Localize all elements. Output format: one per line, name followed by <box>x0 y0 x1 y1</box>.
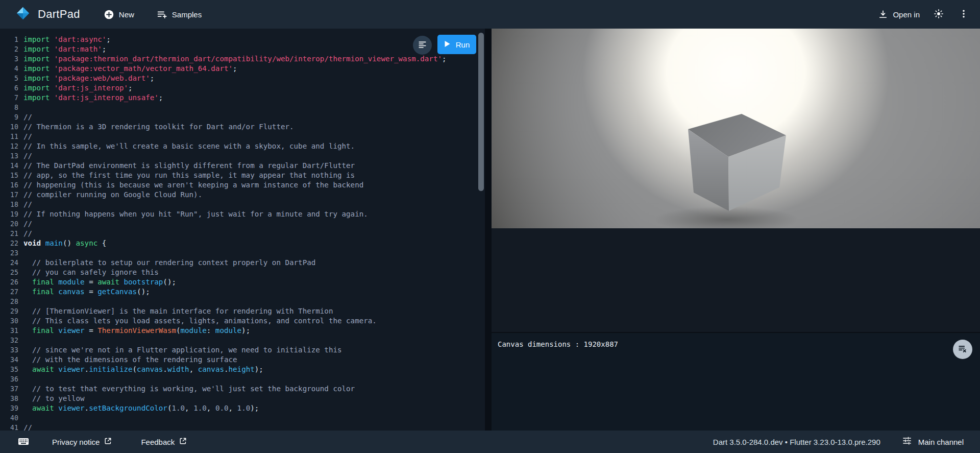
code-token: : <box>207 326 215 335</box>
code-token: // [ThermionViewer] is the main interfac… <box>23 307 333 315</box>
code-token: 'dart:js_interop' <box>54 84 128 92</box>
code-token: getCanvas <box>97 288 137 296</box>
code-token: , <box>229 404 237 412</box>
line-number: 12 <box>0 141 23 151</box>
code-line: 15// app, so the first time you run this… <box>0 171 485 180</box>
code-token: // Thermion is a 3D rendering toolkit fo… <box>23 123 294 131</box>
line-number: 37 <box>0 384 23 394</box>
code-token: import <box>23 84 54 92</box>
code-token <box>23 326 32 335</box>
new-button[interactable]: New <box>102 6 136 23</box>
code-token: . <box>224 365 229 373</box>
code-line: 18// <box>0 200 485 209</box>
code-text: final module = await bootstrap(); <box>23 277 176 287</box>
code-text: // If nothing happens when you hit "Run"… <box>23 209 368 219</box>
code-line: 5import 'package:web/web.dart'; <box>0 74 485 83</box>
code-token: ); <box>250 404 259 412</box>
code-token: void <box>23 239 45 247</box>
code-line: 2import 'dart:math'; <box>0 44 485 54</box>
code-token: setBackgroundColor <box>89 404 167 412</box>
code-line: 16// happening (this is because we aren'… <box>0 180 485 190</box>
code-token: // compiler running on Google Cloud Run)… <box>23 190 202 199</box>
code-token: 1.0 <box>193 404 207 412</box>
code-text: // happening (this is because we aren't … <box>23 180 363 190</box>
open-in-button[interactable]: Open in <box>876 6 922 22</box>
webgl-canvas[interactable] <box>492 29 980 228</box>
code-token: import <box>23 64 54 73</box>
brightness-toggle[interactable] <box>930 5 947 24</box>
channel-label: Main channel <box>918 438 964 446</box>
code-token: bootstrap <box>124 278 163 286</box>
code-token: await <box>32 404 58 412</box>
code-token: { <box>97 239 106 247</box>
code-token: viewer <box>58 404 84 412</box>
line-number: 11 <box>0 132 23 141</box>
code-token: // The DartPad environment is slightly d… <box>23 161 355 170</box>
code-token: // happening (this is because we aren't … <box>23 181 363 189</box>
line-number: 9 <box>0 112 23 122</box>
format-button[interactable] <box>413 36 432 55</box>
run-button[interactable]: Run <box>437 35 476 54</box>
code-line: 25 // you can safely ignore this <box>0 268 485 277</box>
line-number: 21 <box>0 229 23 239</box>
code-token <box>23 365 32 373</box>
line-number: 2 <box>0 44 23 54</box>
open-in-label: Open in <box>893 10 920 19</box>
line-number: 41 <box>0 423 23 431</box>
code-token: import <box>23 93 54 102</box>
code-token: 'package:thermion_dart/thermion_dart/com… <box>54 55 442 63</box>
open-in-new-icon <box>104 437 112 447</box>
code-token: 1.0 <box>172 404 185 412</box>
line-number: 22 <box>0 239 23 248</box>
line-number: 35 <box>0 365 23 374</box>
code-token: (); <box>163 278 176 286</box>
code-token: main <box>45 239 63 247</box>
code-token: // If nothing happens when you hit "Run"… <box>23 210 368 218</box>
code-line: 20// <box>0 219 485 229</box>
code-token: viewer <box>58 326 84 335</box>
format-align-left-icon <box>418 40 427 51</box>
code-token: // with the dimensions of the rendering … <box>23 355 237 364</box>
code-text: // <box>23 229 32 239</box>
code-token: ); <box>241 326 250 335</box>
code-line: 21// <box>0 229 485 239</box>
overflow-menu-button[interactable] <box>955 6 972 23</box>
code-line: 39 await viewer.setBackgroundColor(1.0, … <box>0 403 485 413</box>
code-token: // <box>23 229 32 237</box>
code-token: ; <box>233 64 237 73</box>
code-text: // <box>23 219 32 229</box>
feedback-link[interactable]: Feedback <box>140 435 188 449</box>
clear-console-button[interactable] <box>953 340 972 359</box>
new-button-label: New <box>119 10 134 19</box>
line-number: 20 <box>0 219 23 229</box>
line-number: 40 <box>0 413 23 423</box>
code-line: 28 <box>0 297 485 306</box>
code-text: await viewer.setBackgroundColor(1.0, 1.0… <box>23 403 259 413</box>
line-number: 14 <box>0 161 23 171</box>
code-token: await <box>97 278 124 286</box>
code-editor[interactable]: 1import 'dart:async';2import 'dart:math'… <box>0 29 485 431</box>
code-token: module <box>58 278 84 286</box>
code-token: 'dart:math' <box>54 45 102 53</box>
code-line: 30 // This class lets you load assets, l… <box>0 316 485 326</box>
line-number: 13 <box>0 151 23 161</box>
line-number: 24 <box>0 258 23 268</box>
samples-button[interactable]: Samples <box>155 6 204 23</box>
run-button-label: Run <box>456 40 470 49</box>
line-number: 10 <box>0 122 23 132</box>
code-token: 'package:web/web.dart' <box>54 74 150 82</box>
header-actions: Open in <box>876 5 972 24</box>
code-text: // since we're not in a Flutter applicat… <box>23 345 342 355</box>
editor-scrollbar[interactable] <box>478 33 484 191</box>
code-token: // boilerplate to setup our rendering co… <box>23 258 315 267</box>
sdk-versions: Dart 3.5.0-284.0.dev • Flutter 3.23.0-13… <box>713 438 880 446</box>
main-area: 1import 'dart:async';2import 'dart:math'… <box>0 29 980 431</box>
keyboard-shortcuts-button[interactable] <box>17 435 30 449</box>
code-token: final <box>32 326 58 335</box>
privacy-notice-link[interactable]: Privacy notice <box>51 435 113 449</box>
code-token: ; <box>150 74 155 82</box>
line-number: 25 <box>0 268 23 277</box>
code-text: await viewer.initialize(canvas.width, ca… <box>23 365 263 374</box>
console-panel: Canvas dimensions : 980x453 <box>492 332 980 431</box>
channel-selector[interactable]: Main channel <box>918 438 964 446</box>
